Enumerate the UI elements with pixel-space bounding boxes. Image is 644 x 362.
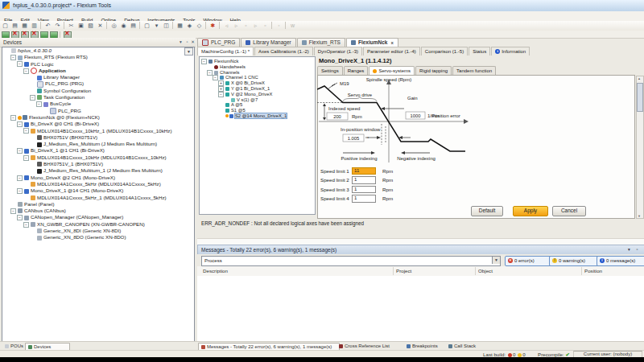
device-tree-item[interactable]: −BHX0751V (BHX0751V) <box>2 134 194 141</box>
device-tree-item[interactable]: −MDLUX014A1Cxxxx_5kHz (MDLUX014A1Cxxxx_5… <box>2 181 194 187</box>
expander-minus-icon[interactable]: − <box>201 59 207 64</box>
monitor-icon[interactable]: ▦ <box>175 22 184 30</box>
nck-tree-item[interactable]: −Channel 1 CNC <box>200 75 315 80</box>
device-tree-item[interactable]: −PLC_PRG (PRG) <box>2 80 194 87</box>
bookmark-icon[interactable]: ▤ <box>129 22 138 30</box>
expander-minus-icon[interactable]: − <box>30 95 35 101</box>
expander-minus-icon[interactable]: − <box>10 55 16 60</box>
nck-tree-item[interactable]: +Y @1 Bi_DriveX_1 <box>200 86 315 92</box>
watch-icon[interactable]: w <box>288 22 297 30</box>
config-tab-rigid-tapping[interactable]: Rigid tapping <box>415 66 452 75</box>
close-tab-icon[interactable]: x <box>390 40 393 45</box>
step-icon[interactable]: ▹ <box>251 22 260 30</box>
config-tab-servo-systems[interactable]: Servo-systems <box>369 66 415 75</box>
expander-minus-icon[interactable]: − <box>36 101 42 107</box>
project-root-dropdown-icon[interactable]: ▼ <box>184 47 193 56</box>
new-project-icon[interactable]: ▢ <box>1 22 10 30</box>
nck-tree-item[interactable]: −V @2 Mono_DriveX <box>200 92 315 97</box>
device-tree-item[interactable]: −Bi_DriveX_1 @1 CH1 (Bi-DriveX) <box>2 147 194 154</box>
device-tree-item[interactable]: −Application <box>2 68 194 74</box>
open-project-icon[interactable]: ▤ <box>10 22 19 30</box>
nck-tree-item[interactable]: −FlexiumNck <box>200 59 315 64</box>
sync-icon[interactable]: ◇ <box>195 22 204 30</box>
breakpoint-toggle-icon[interactable]: ◦ <box>275 22 283 30</box>
sub-tab-status[interactable]: Status <box>469 47 490 56</box>
window-dropdown-icon[interactable]: ▾ <box>152 22 161 30</box>
expander-minus-icon[interactable]: − <box>17 148 23 154</box>
stop-icon[interactable]: ▫ <box>242 22 250 30</box>
device-tree-item[interactable]: −Mono_DriveX @2 CH1 (Mono-DriveX) <box>2 175 194 181</box>
device-tree-item[interactable]: −Task Configuration <box>2 94 194 101</box>
in-position-window-input[interactable]: 1.005 <box>343 134 364 142</box>
config-tab-ranges[interactable]: Ranges <box>344 66 369 75</box>
save-project-icon[interactable]: ▦ <box>20 22 29 30</box>
sub-tab-parameter-editor-1-4-[interactable]: Parameter editor (1.-4) <box>363 47 420 56</box>
expander-minus-icon[interactable]: − <box>23 222 29 228</box>
combo-arrow-icon[interactable]: ▼ <box>492 257 500 264</box>
default-button[interactable]: Default <box>471 206 503 216</box>
device-tree-item[interactable]: −fxplus_4.0.30.0 <box>2 47 194 54</box>
device-tree-item[interactable]: −CANopen_Manager (CANopen_Manager) <box>2 214 194 220</box>
gain-input[interactable]: 1000 <box>406 112 425 119</box>
nck-tree-item[interactable]: −S1 @5 <box>200 108 315 113</box>
editor-scrollbar[interactable]: ▲ ▼ <box>636 76 644 219</box>
device-tree-item[interactable]: −Symbol Configuration <box>2 88 194 94</box>
update-device-icon[interactable]: ◈ <box>185 22 194 30</box>
flexium-tools-icon[interactable]: ✱ <box>208 22 217 30</box>
config-tab-tandem-function[interactable]: Tandem function <box>452 66 496 75</box>
sub-tab-axes-calibrations-1-2-[interactable]: Axes Calibrations (1.-2) <box>254 47 313 56</box>
print-icon[interactable]: ▥ <box>30 22 39 30</box>
expander-minus-icon[interactable]: − <box>10 115 16 121</box>
doc-tab-library-manager[interactable]: Library Manager <box>241 38 295 47</box>
device-tree-item[interactable]: −CANbus (CANbus) <box>2 208 194 214</box>
device-tree-item[interactable]: −J_Medium_Res_Multiturn (J Medium Res Mu… <box>2 141 194 147</box>
expander-minus-icon[interactable]: − <box>17 188 23 194</box>
paste-icon[interactable]: ▧ <box>86 22 95 30</box>
sub-tab-comparison-1-5-[interactable]: Comparison (1.-5) <box>421 47 468 56</box>
device-tree-item[interactable]: −Generic_XN_8DO (Generic XN-8DO) <box>2 234 194 241</box>
run-icon[interactable]: ▹ <box>232 22 241 30</box>
panel-tab-callstack[interactable]: Call Stack <box>446 343 488 350</box>
device-tree-item[interactable]: −FlexiumNck @0 (Flexium+NCK) <box>2 114 194 121</box>
speed-limit-3-input[interactable]: 1 <box>352 186 376 193</box>
panel-tab-breakpoints[interactable]: Breakpoints <box>404 343 448 350</box>
redo-icon[interactable]: ↷ <box>53 22 62 30</box>
message-filter-button[interactable]: i0 message(s) <box>597 256 644 266</box>
device-tree-item[interactable]: −MDLUX014B1Cxxxx_10kHz_1 (MDLUX014B1Cxxx… <box>2 128 194 134</box>
device-tree-item[interactable]: −Mono_DriveX_1 @14 CH1 (Mono-DriveX) <box>2 187 194 194</box>
device-tree-item[interactable]: −BHX0751V_1 (BHX0751V) <box>2 161 194 167</box>
sub-tab-information[interactable]: iInformation <box>491 47 530 56</box>
panel-dropdown-icon[interactable]: ▾ <box>178 39 184 45</box>
undo-icon[interactable]: ↶ <box>43 22 52 30</box>
find-icon[interactable]: ◎ <box>109 22 118 30</box>
apply-button[interactable]: Apply <box>513 206 548 216</box>
speed-limit-4-input[interactable]: 1 <box>352 195 376 202</box>
device-tree-item[interactable]: −MDLUX014B1Cxxxx_10kHz (MDLUX014B1Cxxxx_… <box>2 154 194 161</box>
device-tree-item[interactable]: −Panel (Panel) <box>2 201 194 208</box>
nck-tree-item[interactable]: −A @5 <box>200 102 315 108</box>
expander-minus-icon[interactable]: − <box>218 92 224 97</box>
cut-icon[interactable]: ✂ <box>67 22 76 30</box>
device-tree-item[interactable]: −J_Medium_Res_Multiturn_1 (J Medium Res … <box>2 167 194 174</box>
build-icon[interactable]: ◃ <box>222 22 231 30</box>
expander-minus-icon[interactable]: − <box>23 68 29 74</box>
doc-tab-flexiumnck[interactable]: FlexiumNckx <box>346 38 398 47</box>
config-tab-settings[interactable]: Settings <box>317 66 343 75</box>
device-tree-item[interactable]: −PLC Logic <box>2 61 194 68</box>
find-replace-icon[interactable]: ◉ <box>119 22 128 30</box>
nck-tree-item[interactable]: +X @0 Bi_DriveX <box>200 80 315 86</box>
expander-minus-icon[interactable]: − <box>207 70 213 76</box>
nck-tree-item[interactable]: −Handwheels <box>200 64 315 70</box>
device-tree-item[interactable]: −MDLUX014A1Cxxxx_5kHz_1 (MDLUX014A1Cxxxx… <box>2 195 194 201</box>
device-tree-item[interactable]: −Flexium_RTS (Flexium RTS) <box>2 54 194 60</box>
expander-minus-icon[interactable]: − <box>23 128 29 134</box>
device-tree-item[interactable]: −BusCycle <box>2 101 194 107</box>
scroll-down-icon[interactable]: ▼ <box>637 214 642 218</box>
device-tree-item[interactable]: −PLC_PRG <box>2 108 194 114</box>
expander-minus-icon[interactable]: − <box>17 121 23 127</box>
nck-tree-item[interactable]: −Channels <box>200 70 315 76</box>
properties-icon[interactable]: ◫ <box>162 22 171 30</box>
panel-float-icon[interactable]: ▫ <box>184 39 190 45</box>
expander-minus-icon[interactable]: − <box>17 175 23 181</box>
device-tree-item[interactable]: −Generic_XN_8DI (Generic XN-8DI) <box>2 228 194 234</box>
